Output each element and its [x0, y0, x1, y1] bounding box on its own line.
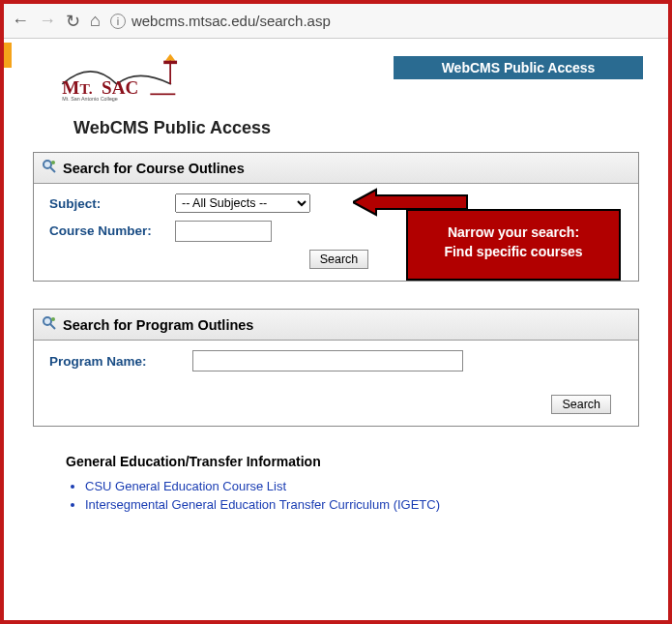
course-search-button[interactable]: Search	[309, 250, 369, 269]
svg-line-9	[50, 167, 55, 172]
svg-rect-2	[163, 61, 177, 64]
subject-label: Subject:	[49, 196, 156, 211]
page-content: M T. SAC Mt. San Antonio College WebCMS …	[4, 39, 668, 525]
callout-box: Narrow your search: Find specific course…	[406, 209, 621, 281]
program-panel-title: Search for Program Outlines	[63, 317, 253, 333]
course-panel-header: Search for Course Outlines	[34, 153, 638, 184]
course-number-input[interactable]	[175, 221, 272, 242]
program-search-button[interactable]: Search	[551, 395, 611, 414]
svg-point-8	[44, 161, 51, 168]
svg-point-10	[51, 161, 55, 164]
screenshot-frame: ← → ↻ ⌂ i webcms.mtsac.edu/search.asp M …	[0, 0, 672, 624]
svg-marker-1	[165, 54, 175, 61]
site-logo[interactable]: M T. SAC Mt. San Antonio College	[29, 46, 200, 106]
subject-select[interactable]: -- All Subjects --	[175, 193, 310, 213]
ge-link-csu: CSU General Education Course List	[85, 479, 643, 493]
svg-text:SAC: SAC	[102, 77, 138, 98]
public-access-banner: WebCMS Public Access	[394, 56, 643, 79]
program-search-panel: Search for Program Outlines Program Name…	[33, 309, 639, 427]
public-access-label: WebCMS Public Access	[442, 60, 596, 75]
page-title: WebCMS Public Access	[73, 118, 643, 138]
svg-line-13	[50, 324, 55, 329]
callout-line2: Find specific courses	[418, 244, 609, 259]
course-panel-title: Search for Course Outlines	[63, 161, 245, 176]
ge-link-igetc-anchor[interactable]: Intersegmental General Education Transfe…	[85, 497, 440, 512]
side-accent	[4, 43, 12, 68]
home-icon[interactable]: ⌂	[90, 11, 101, 31]
reload-icon[interactable]: ↻	[66, 11, 80, 32]
address-bar[interactable]: i webcms.mtsac.edu/search.asp	[110, 13, 331, 29]
browser-toolbar: ← → ↻ ⌂ i webcms.mtsac.edu/search.asp	[4, 4, 668, 39]
ge-link-csu-anchor[interactable]: CSU General Education Course List	[85, 479, 286, 493]
site-info-icon[interactable]: i	[110, 14, 126, 29]
program-name-input[interactable]	[192, 350, 463, 371]
ge-section-title: General Education/Transfer Information	[66, 454, 643, 469]
ge-transfer-section: General Education/Transfer Information C…	[66, 454, 643, 512]
mtsac-logo-icon: M T. SAC Mt. San Antonio College	[58, 52, 200, 103]
program-panel-header: Search for Program Outlines	[34, 310, 638, 341]
course-search-panel: Search for Course Outlines Subject: -- A…	[33, 152, 639, 282]
forward-icon: →	[39, 11, 56, 31]
svg-point-12	[44, 317, 51, 325]
url-text: webcms.mtsac.edu/search.asp	[131, 13, 331, 29]
back-icon[interactable]: ←	[12, 11, 29, 31]
magnifier-icon	[42, 159, 57, 177]
svg-point-14	[51, 317, 55, 321]
svg-text:Mt. San Antonio College: Mt. San Antonio College	[62, 96, 118, 102]
svg-text:M: M	[62, 77, 79, 98]
svg-text:T.: T.	[80, 80, 93, 97]
ge-link-igetc: Intersegmental General Education Transfe…	[85, 497, 643, 512]
program-name-label: Program Name:	[49, 354, 173, 369]
magnifier-icon	[42, 315, 57, 334]
course-number-label: Course Number:	[49, 224, 156, 239]
callout-line1: Narrow your search:	[418, 224, 609, 240]
